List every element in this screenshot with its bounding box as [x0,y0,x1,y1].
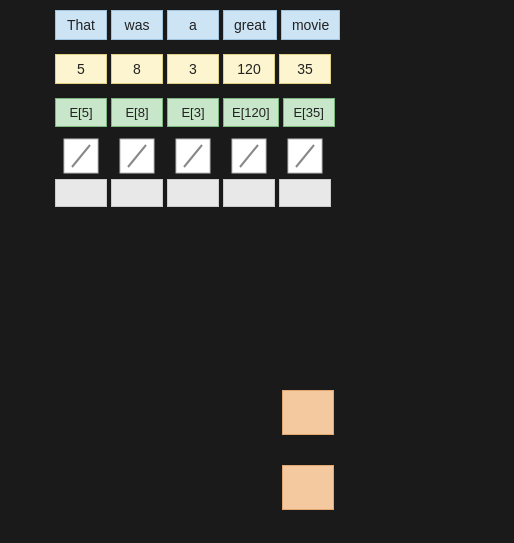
slash-icon-4 [223,137,275,175]
num-box-5: 5 [55,54,107,84]
small-box-2 [111,179,163,207]
embed-box-3: E[3] [167,98,219,127]
slash-icon-1 [55,137,107,175]
slash-icon-2 [111,137,163,175]
num-box-35: 35 [279,54,331,84]
num-box-120: 120 [223,54,275,84]
slash-row [55,137,514,175]
word-box-was: was [111,10,163,40]
embed-box-120: E[120] [223,98,279,127]
number-row: 5 8 3 120 35 [55,54,514,84]
embed-box-5: E[5] [55,98,107,127]
slash-icon-3 [167,137,219,175]
peach-box-bottom [282,465,334,510]
small-box-4 [223,179,275,207]
word-box-movie: movie [281,10,340,40]
word-box-that: That [55,10,107,40]
slash-icon-5 [279,137,331,175]
small-box-row [55,179,514,207]
embed-box-8: E[8] [111,98,163,127]
word-row: That was a great movie [55,10,514,40]
peach-box-top [282,390,334,435]
word-box-a: a [167,10,219,40]
word-box-great: great [223,10,277,40]
small-box-3 [167,179,219,207]
num-box-8: 8 [111,54,163,84]
embedding-row: E[5] E[8] E[3] E[120] E[35] [55,98,514,127]
embed-box-35: E[35] [283,98,335,127]
small-box-1 [55,179,107,207]
small-box-5 [279,179,331,207]
num-box-3: 3 [167,54,219,84]
